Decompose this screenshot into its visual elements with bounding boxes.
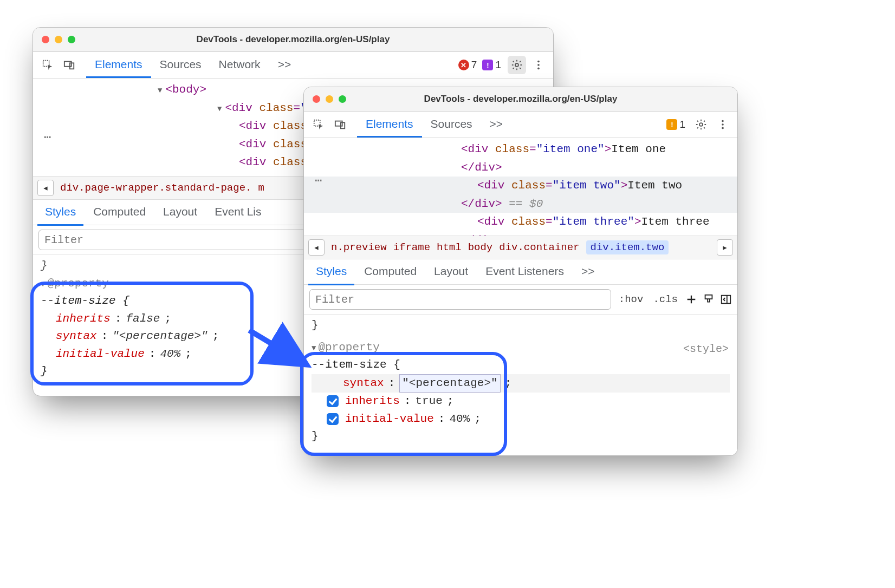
breadcrumb-item[interactable]: div.page-wrapper.standard-page.: [60, 182, 251, 194]
svg-point-13: [722, 127, 724, 129]
tab-network[interactable]: Network: [210, 52, 269, 78]
svg-point-10: [699, 123, 703, 126]
ellipsis-icon[interactable]: ⋯: [315, 172, 323, 191]
dom-div-tag: <div: [239, 156, 266, 168]
subtab-events[interactable]: Event Lis: [207, 199, 269, 226]
subtab-layout[interactable]: Layout: [426, 259, 476, 285]
ellipsis-icon[interactable]: ⋯: [44, 128, 52, 147]
subtab-events[interactable]: Event Listeners: [478, 259, 572, 285]
main-toolbar: Elements Sources >> ! 1: [304, 112, 737, 138]
subtab-computed[interactable]: Computed: [86, 199, 153, 226]
inspect-element-icon[interactable]: [309, 115, 328, 134]
issues-group: ! 1: [666, 119, 685, 130]
atproperty-rule: @property: [318, 341, 379, 354]
panel-tabs: Elements Sources Network >>: [86, 52, 300, 78]
new-style-rule-icon[interactable]: [685, 293, 697, 305]
minimize-window-button[interactable]: [55, 36, 62, 43]
error-icon: ✕: [458, 60, 469, 70]
main-toolbar: Elements Sources Network >> ✕ 7 ! 1: [33, 52, 553, 79]
dom-body-tag: <body>: [165, 83, 206, 96]
property-toggle[interactable]: [327, 395, 339, 407]
brush-icon[interactable]: [703, 293, 715, 305]
subtab-layout[interactable]: Layout: [155, 199, 205, 226]
svg-point-4: [537, 61, 540, 63]
breadcrumb-item[interactable]: div.container: [499, 241, 579, 253]
tab-elements[interactable]: Elements: [86, 52, 151, 78]
tabs-overflow[interactable]: >>: [481, 112, 512, 138]
inspect-element-icon[interactable]: [38, 56, 57, 74]
breadcrumb-item[interactable]: html: [437, 241, 462, 253]
cls-toggle[interactable]: .cls: [651, 292, 680, 306]
close-window-button[interactable]: [42, 36, 49, 43]
computed-sidebar-icon[interactable]: [720, 293, 732, 305]
window-title: DevTools - developer.mozilla.org/en-US/p…: [33, 34, 553, 45]
message-count[interactable]: ! 1: [482, 59, 501, 71]
window-title: DevTools - developer.mozilla.org/en-US/p…: [304, 94, 737, 104]
devtools-window-b: DevTools - developer.mozilla.org/en-US/p…: [303, 87, 738, 456]
zoom-window-button[interactable]: [68, 36, 75, 43]
panel-tabs: Elements Sources >>: [357, 112, 511, 138]
atproperty-rule: @property: [47, 277, 108, 290]
svg-rect-14: [705, 295, 712, 299]
subtab-styles[interactable]: Styles: [37, 199, 83, 226]
message-count-value: 1: [495, 59, 501, 71]
settings-icon[interactable]: [508, 56, 526, 74]
tab-sources[interactable]: Sources: [151, 52, 210, 78]
dom-text: Item two: [627, 179, 682, 192]
selected-marker: == $0: [502, 198, 543, 210]
kebab-menu-icon[interactable]: [714, 115, 732, 134]
breadcrumb-prev-icon[interactable]: ◂: [308, 239, 325, 256]
breadcrumb-item[interactable]: m: [258, 182, 264, 194]
breadcrumb-item[interactable]: iframe: [393, 241, 430, 253]
breadcrumb-next-icon[interactable]: ▸: [717, 239, 733, 256]
titlebar: DevTools - developer.mozilla.org/en-US/p…: [304, 87, 737, 112]
message-count-value: 1: [679, 119, 685, 130]
device-toolbar-icon[interactable]: [60, 56, 79, 74]
subtab-styles[interactable]: Styles: [308, 259, 354, 285]
subtab-computed[interactable]: Computed: [356, 259, 424, 285]
svg-point-6: [537, 68, 540, 70]
property-toggle[interactable]: [327, 413, 339, 425]
error-count[interactable]: ✕ 7: [458, 59, 477, 71]
styles-subtabs: Styles Computed Layout Event Listeners >…: [304, 259, 737, 285]
dom-div-tag: <div: [239, 120, 266, 132]
rule-selector: --item-size {: [41, 295, 129, 307]
breadcrumb-trail[interactable]: ◂ n.preview iframe html body div.contain…: [304, 236, 737, 259]
breadcrumb-prev-icon[interactable]: ◂: [37, 180, 54, 196]
svg-point-11: [722, 120, 724, 122]
svg-point-5: [537, 64, 540, 66]
styles-filter-input[interactable]: [309, 289, 611, 310]
dom-div-tag: <div: [239, 138, 266, 151]
elements-dom-tree[interactable]: ⋯ <div class="item one">Item one </div> …: [304, 138, 737, 236]
css-value-editing[interactable]: "<percentage>": [399, 374, 500, 393]
dom-div-tag: <div: [225, 102, 252, 114]
tab-sources[interactable]: Sources: [422, 112, 481, 138]
issues-group: ✕ 7 ! 1: [458, 59, 501, 71]
settings-icon[interactable]: [692, 115, 710, 134]
message-icon: !: [482, 60, 493, 70]
error-count-value: 7: [471, 59, 477, 71]
zoom-window-button[interactable]: [339, 95, 346, 103]
style-source-link[interactable]: <style>: [683, 341, 729, 357]
kebab-menu-icon[interactable]: [529, 56, 548, 74]
svg-rect-9: [341, 122, 345, 128]
svg-point-12: [722, 123, 724, 126]
svg-point-3: [515, 63, 518, 67]
titlebar: DevTools - developer.mozilla.org/en-US/p…: [33, 28, 553, 52]
breadcrumb-item[interactable]: n.preview: [331, 241, 387, 253]
breadcrumb-selected[interactable]: div.item.two: [586, 240, 669, 254]
traffic-lights: [304, 95, 346, 103]
tabs-overflow[interactable]: >>: [269, 52, 300, 78]
styles-filter-bar: :hov .cls: [304, 285, 737, 315]
close-window-button[interactable]: [313, 95, 320, 103]
traffic-lights: [33, 36, 75, 43]
message-icon: !: [666, 119, 677, 130]
minimize-window-button[interactable]: [326, 95, 333, 103]
breadcrumb-item[interactable]: body: [468, 241, 493, 253]
hov-toggle[interactable]: :hov: [617, 292, 646, 306]
tab-elements[interactable]: Elements: [357, 112, 422, 138]
message-count[interactable]: ! 1: [666, 119, 685, 130]
styles-rules-pane[interactable]: } ▼@property --item-size { <style> synta…: [304, 315, 737, 455]
subtabs-overflow[interactable]: >>: [574, 259, 602, 285]
device-toolbar-icon[interactable]: [331, 115, 349, 134]
